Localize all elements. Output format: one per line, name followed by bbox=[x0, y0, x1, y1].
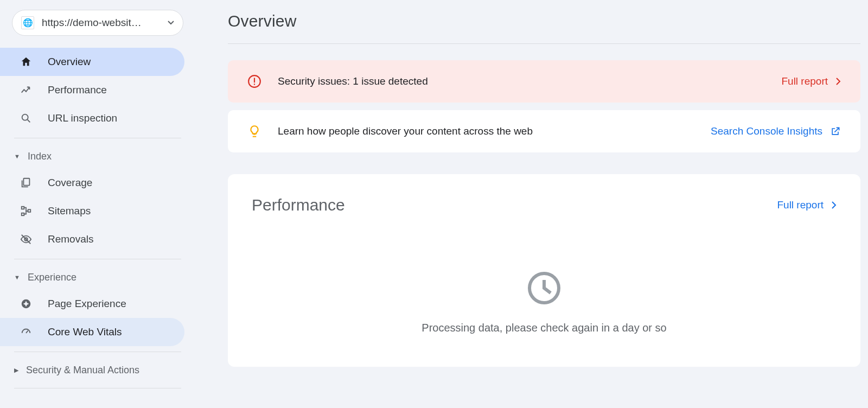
clock-icon bbox=[525, 269, 564, 308]
sidebar-item-page-experience[interactable]: Page Experience bbox=[0, 290, 184, 318]
sidebar-item-label: Core Web Vitals bbox=[48, 326, 122, 338]
insights-card: Learn how people discover your content a… bbox=[228, 110, 860, 152]
sidebar-item-label: Page Experience bbox=[48, 298, 126, 310]
section-header-index[interactable]: ▼ Index bbox=[0, 144, 195, 169]
divider bbox=[228, 43, 860, 44]
full-report-link[interactable]: Full report bbox=[781, 75, 841, 87]
link-label: Full report bbox=[777, 199, 824, 211]
performance-card-header: Performance Full report bbox=[252, 196, 837, 214]
sidebar-item-label: URL inspection bbox=[48, 112, 117, 124]
trend-icon bbox=[20, 84, 33, 96]
sidebar-item-overview[interactable]: Overview bbox=[0, 48, 184, 76]
svg-rect-4 bbox=[28, 209, 31, 212]
triangle-right-icon: ▶ bbox=[14, 367, 18, 374]
eye-off-icon bbox=[20, 233, 33, 245]
svg-rect-9 bbox=[254, 84, 255, 85]
divider bbox=[14, 259, 181, 259]
sidebar-item-coverage[interactable]: Coverage bbox=[0, 169, 184, 197]
speed-icon bbox=[20, 326, 33, 338]
sidebar-item-label: Coverage bbox=[48, 177, 92, 189]
performance-empty-state: Processing data, please check again in a… bbox=[252, 269, 837, 334]
sidebar-item-core-web-vitals[interactable]: Core Web Vitals bbox=[0, 318, 184, 346]
sidebar-item-label: Overview bbox=[48, 56, 91, 68]
performance-empty-message: Processing data, please check again in a… bbox=[422, 322, 666, 334]
sidebar-item-label: Performance bbox=[48, 84, 107, 96]
divider bbox=[14, 138, 181, 138]
chevron-right-icon bbox=[835, 77, 841, 86]
svg-rect-2 bbox=[22, 207, 24, 209]
performance-card: Performance Full report Processing data,… bbox=[228, 174, 860, 367]
link-label: Search Console Insights bbox=[711, 125, 822, 137]
sidebar-item-label: Sitemaps bbox=[48, 205, 91, 217]
sidebar-item-removals[interactable]: Removals bbox=[0, 225, 184, 253]
section-label: Index bbox=[28, 151, 52, 162]
divider bbox=[14, 388, 181, 388]
svg-rect-3 bbox=[22, 213, 24, 216]
sidebar-item-sitemaps[interactable]: Sitemaps bbox=[0, 197, 184, 225]
compass-icon bbox=[20, 298, 33, 310]
globe-icon: 🌐 bbox=[21, 16, 34, 29]
property-selector[interactable]: 🌐 https://demo-websit… bbox=[12, 10, 183, 36]
alert-message: Security issues: 1 issue detected bbox=[278, 75, 765, 87]
main-content: Overview Security issues: 1 issue detect… bbox=[195, 0, 868, 408]
alert-icon bbox=[247, 74, 261, 88]
performance-title: Performance bbox=[252, 196, 345, 214]
sidebar-item-label: Removals bbox=[48, 233, 93, 245]
triangle-down-icon: ▼ bbox=[14, 274, 20, 280]
performance-full-report-link[interactable]: Full report bbox=[777, 199, 837, 211]
sidebar: 🌐 https://demo-websit… Overview Performa… bbox=[0, 0, 195, 408]
security-alert-card: Security issues: 1 issue detected Full r… bbox=[228, 60, 860, 103]
caret-down-icon bbox=[168, 21, 174, 25]
link-label: Full report bbox=[781, 75, 828, 87]
chevron-right-icon bbox=[831, 201, 837, 209]
section-header-security[interactable]: ▶ Security & Manual Actions bbox=[0, 358, 195, 382]
svg-point-0 bbox=[22, 114, 28, 120]
section-header-experience[interactable]: ▼ Experience bbox=[0, 265, 195, 290]
section-label: Security & Manual Actions bbox=[26, 365, 139, 376]
open-external-icon bbox=[830, 126, 841, 137]
section-label: Experience bbox=[28, 272, 76, 283]
property-url: https://demo-websit… bbox=[42, 17, 160, 29]
triangle-down-icon: ▼ bbox=[14, 153, 20, 160]
divider bbox=[14, 352, 181, 352]
search-icon bbox=[20, 112, 33, 124]
svg-rect-1 bbox=[23, 178, 29, 186]
pages-icon bbox=[20, 177, 33, 189]
page-title: Overview bbox=[228, 12, 860, 30]
sidebar-item-url-inspection[interactable]: URL inspection bbox=[0, 104, 184, 132]
home-icon bbox=[20, 56, 33, 68]
svg-rect-8 bbox=[254, 78, 255, 83]
insights-link[interactable]: Search Console Insights bbox=[711, 125, 841, 137]
sitemap-icon bbox=[20, 205, 33, 217]
lightbulb-icon bbox=[247, 124, 261, 138]
insights-message: Learn how people discover your content a… bbox=[278, 125, 694, 137]
sidebar-item-performance[interactable]: Performance bbox=[0, 76, 184, 104]
